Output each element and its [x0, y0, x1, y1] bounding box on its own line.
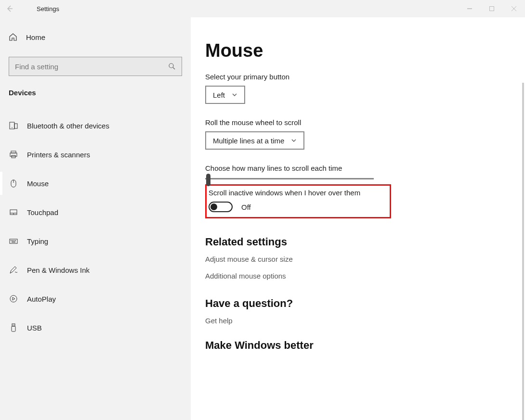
primary-button-value: Left	[213, 91, 225, 99]
sidebar-nav: Bluetooth & other devicesPrinters & scan…	[0, 111, 191, 342]
related-settings-heading: Related settings	[205, 236, 525, 248]
primary-button-label: Select your primary button	[205, 73, 525, 81]
sidebar-item-label: AutoPlay	[27, 295, 56, 303]
svg-point-4	[169, 64, 173, 68]
svg-rect-1	[490, 7, 494, 11]
close-icon	[511, 6, 517, 12]
scroll-inactive-toggle[interactable]	[209, 202, 233, 212]
sidebar-item-label: Pen & Windows Ink	[27, 266, 90, 274]
printer-icon	[9, 150, 18, 159]
sidebar-item-label: USB	[27, 324, 42, 332]
home-label: Home	[26, 33, 45, 41]
wheel-scroll-value: Multiple lines at a time	[213, 137, 284, 145]
sidebar-item-printers-scanners[interactable]: Printers & scanners	[0, 140, 191, 169]
maximize-icon	[489, 6, 495, 12]
home-nav[interactable]: Home	[0, 24, 191, 50]
sidebar-section-label: Devices	[9, 89, 191, 97]
toggle-knob	[210, 204, 217, 210]
svg-rect-6	[10, 122, 14, 129]
svg-line-5	[173, 67, 175, 69]
scrollbar[interactable]	[522, 83, 524, 420]
sidebar-item-label: Touchpad	[27, 208, 58, 216]
svg-point-8	[12, 127, 13, 128]
svg-rect-24	[12, 324, 15, 326]
home-icon	[9, 33, 17, 41]
slider-thumb[interactable]	[206, 174, 210, 186]
pen-icon	[9, 265, 18, 275]
window-title: Settings	[37, 5, 59, 13]
search-box[interactable]	[9, 57, 182, 76]
sidebar-item-label: Mouse	[27, 179, 49, 188]
touchpad-icon	[9, 207, 18, 217]
window-controls	[459, 0, 525, 17]
primary-button-dropdown[interactable]: Left	[205, 86, 245, 104]
sidebar: Home Devices Bluetooth & other devicesPr…	[0, 17, 191, 420]
feedback-heading: Make Windows better	[205, 339, 525, 352]
sidebar-item-label: Printers & scanners	[27, 151, 90, 159]
keyboard-icon	[9, 236, 18, 246]
autoplay-icon	[9, 294, 18, 304]
search-icon	[168, 63, 176, 70]
maximize-button[interactable]	[481, 0, 503, 17]
minimize-button[interactable]	[459, 0, 481, 17]
lines-per-scroll-slider[interactable]	[205, 178, 374, 179]
svg-rect-25	[12, 326, 15, 331]
sidebar-item-label: Bluetooth & other devices	[27, 122, 109, 130]
sidebar-item-pen-windows-ink[interactable]: Pen & Windows Ink	[0, 255, 191, 284]
bluetooth-devices-icon	[9, 121, 18, 130]
adjust-mouse-size-link[interactable]: Adjust mouse & cursor size	[205, 255, 525, 263]
get-help-link[interactable]: Get help	[205, 317, 525, 325]
chevron-down-icon	[232, 92, 237, 98]
scroll-inactive-state: Off	[241, 203, 251, 211]
sidebar-item-label: Typing	[27, 237, 48, 245]
sidebar-item-bluetooth-other-devices[interactable]: Bluetooth & other devices	[0, 111, 191, 140]
sidebar-item-touchpad[interactable]: Touchpad	[0, 198, 191, 227]
svg-point-23	[10, 295, 17, 302]
search-input[interactable]	[15, 63, 152, 71]
chevron-down-icon	[291, 138, 297, 143]
sidebar-item-typing[interactable]: Typing	[0, 227, 191, 255]
scroll-inactive-label: Scroll inactive windows when I hover ove…	[209, 189, 385, 197]
svg-rect-17	[10, 239, 17, 243]
page-title: Mouse	[205, 40, 525, 61]
usb-icon	[9, 323, 18, 332]
back-arrow-icon	[6, 5, 13, 13]
svg-rect-9	[11, 151, 16, 153]
main-content: Mouse Select your primary button Left Ro…	[191, 17, 525, 420]
wheel-scroll-dropdown[interactable]: Multiple lines at a time	[205, 131, 304, 150]
sidebar-item-autoplay[interactable]: AutoPlay	[0, 284, 191, 313]
mouse-icon	[9, 178, 18, 188]
question-heading: Have a question?	[205, 297, 525, 310]
svg-rect-7	[14, 124, 17, 128]
sidebar-item-usb[interactable]: USB	[0, 313, 191, 342]
additional-mouse-options-link[interactable]: Additional mouse options	[205, 272, 525, 280]
wheel-scroll-label: Roll the mouse wheel to scroll	[205, 118, 525, 127]
sidebar-item-mouse[interactable]: Mouse	[0, 169, 191, 198]
svg-rect-10	[10, 153, 17, 156]
titlebar: Settings	[0, 0, 525, 17]
highlighted-setting: Scroll inactive windows when I hover ove…	[205, 184, 391, 218]
back-button[interactable]	[0, 5, 19, 13]
lines-per-scroll-label: Choose how many lines to scroll each tim…	[205, 164, 525, 172]
close-button[interactable]	[503, 0, 525, 17]
minimize-icon	[467, 6, 472, 12]
